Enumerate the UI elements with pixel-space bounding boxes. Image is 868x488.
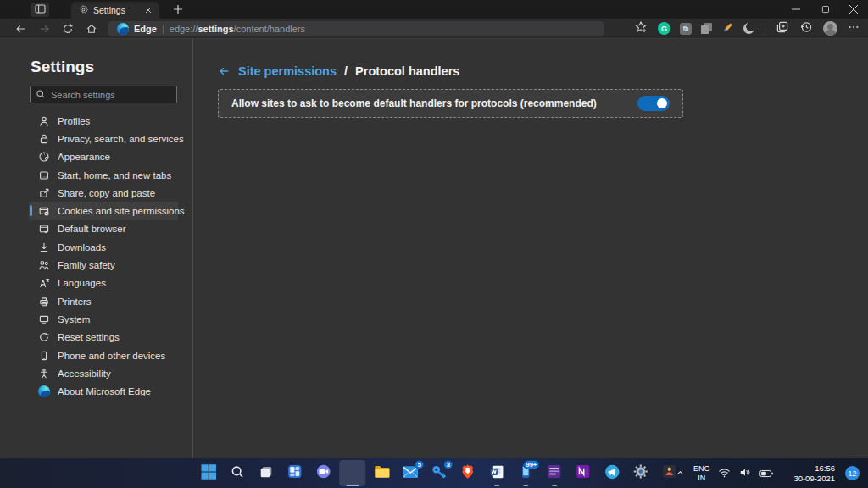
languages-icon — [38, 277, 50, 289]
history-icon[interactable] — [799, 20, 813, 37]
search-button[interactable] — [224, 460, 250, 486]
sidebar-item-label: About Microsoft Edge — [58, 386, 151, 396]
close-button[interactable] — [839, 0, 868, 19]
pages-extension-icon[interactable] — [701, 23, 713, 35]
sidebar-item-label: Accessibility — [58, 369, 111, 379]
sidebar-item-cookies-and-site-permissions[interactable]: Cookies and site permissions — [29, 202, 178, 219]
sidebar-item-privacy-search-and-services[interactable]: Privacy, search, and services — [29, 130, 178, 147]
widgets-button[interactable] — [281, 460, 308, 486]
sidebar-item-appearance[interactable]: Appearance — [29, 148, 178, 166]
sidebar-item-phone-and-other-devices[interactable]: Phone and other devices — [29, 347, 178, 364]
search-input[interactable] — [51, 90, 161, 100]
pen-extension-icon[interactable] — [722, 21, 734, 36]
brave-button[interactable] — [454, 460, 481, 486]
volume-icon[interactable] — [739, 466, 751, 481]
sidebar-item-start-home-and-new-tabs[interactable]: Start, home, and new tabs — [29, 166, 178, 184]
key-app-button[interactable]: 3 — [426, 460, 452, 486]
downloads-icon — [38, 241, 50, 253]
gear-favicon-icon — [79, 3, 88, 18]
battery-icon[interactable] — [760, 466, 773, 481]
cookies-icon — [38, 205, 50, 217]
sidebar-item-label: Downloads — [58, 242, 106, 252]
search-icon — [230, 464, 245, 483]
sidebar-item-default-browser[interactable]: Default browser — [29, 220, 178, 238]
settings-app-button[interactable] — [627, 460, 654, 486]
clock[interactable]: 16:56 30-09-2021 — [793, 463, 835, 483]
badge: 99+ — [524, 460, 540, 469]
file-explorer-button[interactable] — [368, 460, 394, 486]
badge: 3 — [443, 460, 453, 469]
sidebar-item-downloads[interactable]: Downloads — [29, 238, 178, 256]
settings-nav: Profiles Privacy, search, and services A… — [29, 112, 178, 401]
start-home-icon — [38, 169, 50, 181]
profile-avatar[interactable] — [823, 21, 837, 36]
edge-taskbar-button[interactable] — [339, 460, 365, 486]
new-tab-button[interactable] — [170, 2, 186, 17]
telegram-button[interactable] — [598, 460, 625, 486]
privacy-icon — [38, 133, 50, 145]
grammarly-extension-icon[interactable]: G — [658, 22, 670, 35]
default-browser-icon — [38, 223, 50, 235]
sidebar-item-system[interactable]: System — [29, 310, 178, 328]
gear-icon — [632, 463, 648, 483]
sidebar-item-label: Family safety — [58, 260, 115, 270]
tab-settings[interactable]: Settings — [71, 2, 159, 19]
sidebar-item-share-copy-and-paste[interactable]: Share, copy and paste — [29, 184, 178, 202]
browser-toolbar: Edge | edge://settings/content/handlers … — [0, 19, 868, 39]
language-indicator[interactable]: ENG IN — [693, 464, 710, 482]
collections-icon[interactable] — [776, 20, 789, 37]
allow-protocol-handlers-toggle[interactable] — [637, 96, 670, 111]
sidebar-item-languages[interactable]: Languages — [29, 274, 178, 292]
word-button[interactable] — [483, 460, 509, 486]
notification-count-badge[interactable]: 12 — [845, 466, 860, 480]
more-menu-icon[interactable] — [848, 21, 860, 36]
maximize-button[interactable] — [810, 0, 839, 19]
tray-chevron-up-icon[interactable] — [676, 466, 685, 481]
breadcrumb-separator: / — [344, 64, 348, 78]
edge-icon — [38, 385, 50, 397]
purple-app-button[interactable] — [541, 460, 567, 486]
address-bar[interactable]: Edge | edge://settings/content/handlers — [108, 21, 604, 36]
refresh-button[interactable] — [56, 19, 80, 38]
back-arrow-icon[interactable] — [218, 65, 231, 77]
phone-link-button[interactable]: 99+ — [512, 460, 538, 486]
back-button[interactable] — [8, 19, 32, 38]
tab-close-icon[interactable] — [142, 4, 154, 16]
sidebar-item-label: Start, home, and new tabs — [58, 170, 171, 180]
settings-search-box[interactable] — [30, 86, 177, 103]
moon-extension-icon[interactable] — [743, 23, 754, 34]
sidebar-item-label: Printers — [58, 297, 92, 307]
forward-button[interactable] — [32, 19, 56, 38]
running-indicator — [346, 485, 359, 487]
reset-icon — [38, 331, 50, 343]
language-line2: IN — [693, 474, 710, 482]
fb-extension-icon[interactable]: fb — [680, 23, 692, 35]
home-button[interactable] — [80, 19, 103, 38]
sidebar-item-label: System — [58, 314, 90, 324]
minimize-button[interactable] — [782, 0, 810, 19]
mail-button[interactable]: 5 — [397, 460, 423, 486]
accessibility-icon — [38, 368, 50, 380]
sidebar-item-label: Default browser — [58, 224, 126, 234]
vertical-tabs-icon — [35, 2, 46, 17]
chat-button[interactable] — [310, 460, 337, 486]
sidebar-item-about-microsoft-edge[interactable]: About Microsoft Edge — [29, 382, 178, 400]
sidebar-item-family-safety[interactable]: Family safety — [29, 256, 178, 274]
sidebar-item-profiles[interactable]: Profiles — [29, 112, 178, 130]
appearance-icon — [38, 151, 50, 163]
breadcrumb-link-site-permissions[interactable]: Site permissions — [238, 64, 337, 78]
favorites-star-icon[interactable] — [634, 20, 648, 37]
tab-actions-menu-button[interactable] — [31, 3, 49, 17]
onenote-button[interactable] — [570, 460, 596, 486]
wifi-icon[interactable] — [718, 466, 731, 481]
tab-title: Settings — [93, 5, 137, 15]
sidebar-item-printers[interactable]: Printers — [29, 292, 178, 310]
section-title: Protocol handlers — [355, 64, 459, 78]
sidebar-item-reset-settings[interactable]: Reset settings — [29, 329, 178, 347]
sidebar-item-accessibility[interactable]: Accessibility — [29, 364, 178, 382]
start-button[interactable] — [195, 460, 221, 486]
sidebar-item-label: Reset settings — [58, 332, 120, 342]
telegram-icon — [604, 463, 620, 484]
badge: 5 — [415, 460, 424, 469]
task-view-button[interactable] — [253, 460, 279, 486]
